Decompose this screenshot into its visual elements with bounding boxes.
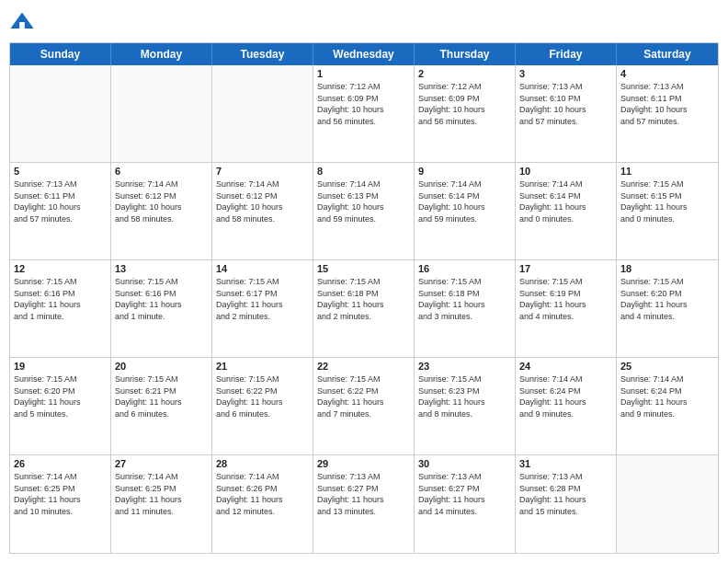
day-number: 21 — [216, 361, 309, 372]
calendar-cell: 25Sunrise: 7:14 AM Sunset: 6:24 PM Dayli… — [617, 358, 718, 454]
calendar-cell: 15Sunrise: 7:15 AM Sunset: 6:18 PM Dayli… — [313, 260, 415, 357]
calendar-cell: 31Sunrise: 7:13 AM Sunset: 6:28 PM Dayli… — [516, 455, 617, 553]
cell-info: Sunrise: 7:13 AM Sunset: 6:11 PM Dayligh… — [620, 81, 714, 127]
calendar-header: SundayMondayTuesdayWednesdayThursdayFrid… — [10, 43, 718, 65]
day-number: 6 — [115, 166, 208, 177]
logo-icon — [9, 9, 35, 35]
cell-info: Sunrise: 7:15 AM Sunset: 6:16 PM Dayligh… — [14, 276, 107, 322]
cell-info: Sunrise: 7:15 AM Sunset: 6:20 PM Dayligh… — [14, 373, 107, 419]
day-number: 5 — [14, 166, 107, 177]
calendar-cell: 5Sunrise: 7:13 AM Sunset: 6:11 PM Daylig… — [10, 163, 111, 259]
day-number: 18 — [620, 263, 714, 274]
calendar-cell: 18Sunrise: 7:15 AM Sunset: 6:20 PM Dayli… — [617, 260, 718, 357]
calendar-cell: 23Sunrise: 7:15 AM Sunset: 6:23 PM Dayli… — [415, 358, 516, 454]
day-header-friday: Friday — [516, 43, 617, 65]
calendar-cell: 27Sunrise: 7:14 AM Sunset: 6:25 PM Dayli… — [111, 455, 212, 553]
calendar: SundayMondayTuesdayWednesdayThursdayFrid… — [9, 42, 719, 554]
day-number: 8 — [317, 166, 410, 177]
logo — [9, 9, 39, 35]
calendar-row: 1Sunrise: 7:12 AM Sunset: 6:09 PM Daylig… — [10, 65, 718, 163]
calendar-cell: 24Sunrise: 7:14 AM Sunset: 6:24 PM Dayli… — [516, 358, 617, 454]
calendar-cell: 30Sunrise: 7:13 AM Sunset: 6:27 PM Dayli… — [415, 455, 516, 553]
day-number: 22 — [317, 361, 410, 372]
page-header — [9, 9, 719, 35]
day-number: 20 — [115, 361, 208, 372]
cell-info: Sunrise: 7:13 AM Sunset: 6:28 PM Dayligh… — [519, 471, 612, 517]
calendar-cell — [212, 65, 313, 162]
day-number: 11 — [620, 166, 714, 177]
day-number: 16 — [418, 263, 511, 274]
cell-info: Sunrise: 7:14 AM Sunset: 6:12 PM Dayligh… — [115, 178, 208, 224]
cell-info: Sunrise: 7:14 AM Sunset: 6:25 PM Dayligh… — [115, 471, 208, 517]
cell-info: Sunrise: 7:14 AM Sunset: 6:26 PM Dayligh… — [216, 471, 309, 517]
calendar-cell: 11Sunrise: 7:15 AM Sunset: 6:15 PM Dayli… — [617, 163, 718, 259]
day-number: 7 — [216, 166, 309, 177]
day-number: 12 — [14, 263, 107, 274]
day-number: 17 — [519, 263, 612, 274]
calendar-cell: 21Sunrise: 7:15 AM Sunset: 6:22 PM Dayli… — [212, 358, 313, 454]
day-number: 1 — [317, 68, 410, 79]
day-number: 25 — [620, 361, 714, 372]
day-number: 29 — [317, 458, 410, 469]
cell-info: Sunrise: 7:14 AM Sunset: 6:25 PM Dayligh… — [14, 471, 107, 517]
calendar-cell: 17Sunrise: 7:15 AM Sunset: 6:19 PM Dayli… — [516, 260, 617, 357]
calendar-cell: 28Sunrise: 7:14 AM Sunset: 6:26 PM Dayli… — [212, 455, 313, 553]
calendar-cell — [111, 65, 212, 162]
calendar-cell: 19Sunrise: 7:15 AM Sunset: 6:20 PM Dayli… — [10, 358, 111, 454]
cell-info: Sunrise: 7:15 AM Sunset: 6:19 PM Dayligh… — [519, 276, 612, 322]
calendar-cell: 12Sunrise: 7:15 AM Sunset: 6:16 PM Dayli… — [10, 260, 111, 357]
day-number: 24 — [519, 361, 612, 372]
cell-info: Sunrise: 7:14 AM Sunset: 6:14 PM Dayligh… — [519, 178, 612, 224]
day-number: 2 — [418, 68, 511, 79]
cell-info: Sunrise: 7:15 AM Sunset: 6:16 PM Dayligh… — [115, 276, 208, 322]
cell-info: Sunrise: 7:15 AM Sunset: 6:22 PM Dayligh… — [216, 373, 309, 419]
cell-info: Sunrise: 7:15 AM Sunset: 6:18 PM Dayligh… — [317, 276, 410, 322]
calendar-cell: 9Sunrise: 7:14 AM Sunset: 6:14 PM Daylig… — [415, 163, 516, 259]
cell-info: Sunrise: 7:13 AM Sunset: 6:10 PM Dayligh… — [519, 81, 612, 127]
day-number: 28 — [216, 458, 309, 469]
cell-info: Sunrise: 7:15 AM Sunset: 6:15 PM Dayligh… — [620, 178, 714, 224]
day-number: 3 — [519, 68, 612, 79]
calendar-cell: 16Sunrise: 7:15 AM Sunset: 6:18 PM Dayli… — [415, 260, 516, 357]
cell-info: Sunrise: 7:14 AM Sunset: 6:24 PM Dayligh… — [620, 373, 714, 419]
day-header-saturday: Saturday — [617, 43, 718, 65]
calendar-cell — [617, 455, 718, 553]
calendar-cell: 1Sunrise: 7:12 AM Sunset: 6:09 PM Daylig… — [313, 65, 415, 162]
cell-info: Sunrise: 7:14 AM Sunset: 6:24 PM Dayligh… — [519, 373, 612, 419]
calendar-cell: 29Sunrise: 7:13 AM Sunset: 6:27 PM Dayli… — [313, 455, 415, 553]
calendar-cell: 3Sunrise: 7:13 AM Sunset: 6:10 PM Daylig… — [516, 65, 617, 162]
calendar-cell: 8Sunrise: 7:14 AM Sunset: 6:13 PM Daylig… — [313, 163, 415, 259]
cell-info: Sunrise: 7:14 AM Sunset: 6:14 PM Dayligh… — [418, 178, 511, 224]
calendar-cell: 26Sunrise: 7:14 AM Sunset: 6:25 PM Dayli… — [10, 455, 111, 553]
cell-info: Sunrise: 7:12 AM Sunset: 6:09 PM Dayligh… — [418, 81, 511, 127]
calendar-cell: 6Sunrise: 7:14 AM Sunset: 6:12 PM Daylig… — [111, 163, 212, 259]
day-number: 10 — [519, 166, 612, 177]
day-header-sunday: Sunday — [10, 43, 111, 65]
cell-info: Sunrise: 7:13 AM Sunset: 6:27 PM Dayligh… — [317, 471, 410, 517]
cell-info: Sunrise: 7:14 AM Sunset: 6:13 PM Dayligh… — [317, 178, 410, 224]
day-number: 13 — [115, 263, 208, 274]
day-number: 19 — [14, 361, 107, 372]
calendar-cell: 4Sunrise: 7:13 AM Sunset: 6:11 PM Daylig… — [617, 65, 718, 162]
calendar-cell: 10Sunrise: 7:14 AM Sunset: 6:14 PM Dayli… — [516, 163, 617, 259]
day-header-thursday: Thursday — [415, 43, 516, 65]
calendar-cell: 20Sunrise: 7:15 AM Sunset: 6:21 PM Dayli… — [111, 358, 212, 454]
cell-info: Sunrise: 7:15 AM Sunset: 6:23 PM Dayligh… — [418, 373, 511, 419]
cell-info: Sunrise: 7:13 AM Sunset: 6:27 PM Dayligh… — [418, 471, 511, 517]
calendar-cell — [10, 65, 111, 162]
calendar-row: 26Sunrise: 7:14 AM Sunset: 6:25 PM Dayli… — [10, 455, 718, 553]
day-number: 27 — [115, 458, 208, 469]
cell-info: Sunrise: 7:15 AM Sunset: 6:17 PM Dayligh… — [216, 276, 309, 322]
calendar-row: 19Sunrise: 7:15 AM Sunset: 6:20 PM Dayli… — [10, 358, 718, 455]
cell-info: Sunrise: 7:15 AM Sunset: 6:18 PM Dayligh… — [418, 276, 511, 322]
day-number: 23 — [418, 361, 511, 372]
day-header-tuesday: Tuesday — [212, 43, 313, 65]
calendar-cell: 2Sunrise: 7:12 AM Sunset: 6:09 PM Daylig… — [415, 65, 516, 162]
day-number: 14 — [216, 263, 309, 274]
calendar-cell: 14Sunrise: 7:15 AM Sunset: 6:17 PM Dayli… — [212, 260, 313, 357]
calendar-cell: 13Sunrise: 7:15 AM Sunset: 6:16 PM Dayli… — [111, 260, 212, 357]
cell-info: Sunrise: 7:13 AM Sunset: 6:11 PM Dayligh… — [14, 178, 107, 224]
calendar-cell: 22Sunrise: 7:15 AM Sunset: 6:22 PM Dayli… — [313, 358, 415, 454]
cell-info: Sunrise: 7:15 AM Sunset: 6:20 PM Dayligh… — [620, 276, 714, 322]
calendar-cell: 7Sunrise: 7:14 AM Sunset: 6:12 PM Daylig… — [212, 163, 313, 259]
